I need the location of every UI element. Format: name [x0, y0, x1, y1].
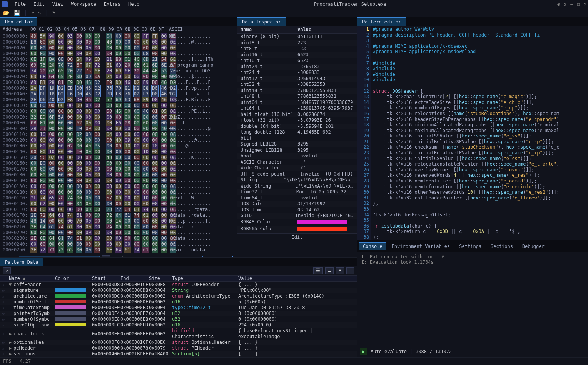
hex-row[interactable]: 00000170:00 00 00 00 00 00 00 00 00 00 0…: [3, 166, 234, 172]
hex-row[interactable]: 00000120:00 00 00 00 00 00 00 00 00 40 0…: [3, 137, 234, 143]
di-row[interactable]: String"\xDF\x19\xD2\xEB\xD0F\xD2vF\xD2": [237, 177, 357, 183]
auto-evaluate-label[interactable]: Auto evaluate: [371, 349, 407, 354]
pdat-row[interactable]: ☆pointerToSymb0x000000E40x000000E70x0004…: [0, 311, 357, 316]
pdat-row[interactable]: ☆sizeOfOptiona0x000000EC0x000000ED0x0002…: [0, 322, 357, 328]
menu-edit[interactable]: Edit: [30, 1, 48, 8]
di-row[interactable]: int8_t-33: [237, 46, 357, 52]
di-row[interactable]: RGBA8 Color: [237, 219, 357, 226]
subtab-settings[interactable]: Settings: [455, 242, 485, 250]
di-row[interactable]: double (64 bit)-5.59594E+201: [237, 124, 357, 130]
hex-row[interactable]: 000000C0:00 00 00 00 00 00 00 00 00 00 0…: [3, 103, 234, 109]
hex-row[interactable]: 000000A0:2A DF 1B D2 E6 D0 46 D2 BD F3 7…: [3, 91, 234, 97]
hex-row[interactable]: 00000040:0E 1F BA 0E 00 B4 09 CD 21 B8 0…: [3, 57, 234, 62]
di-row[interactable]: ASCII Character' ': [237, 159, 357, 166]
hex-editor-tab[interactable]: Hex editor: [0, 17, 37, 26]
di-row[interactable]: int16_t6623: [237, 58, 357, 64]
hex-row[interactable]: 00000050:69 73 20 70 72 6F 67 72 61 6D 2…: [3, 62, 234, 68]
pdat-row[interactable]: ☆▶optionalHea0x000000F00x000001CF0x00E0s…: [0, 340, 357, 345]
hex-row[interactable]: 00000230:2E 6E 64 61 74 61 00 00 00 00 0…: [3, 236, 234, 241]
hex-row[interactable]: 000000F0:0B 01 06 00 00 62 00 00 00 F6 0…: [3, 120, 234, 126]
pdat-row[interactable]: ☆▶characteris0x000000EE0x000000EF0x0002b…: [0, 328, 357, 340]
subtab-debugger[interactable]: Debugger: [518, 242, 548, 250]
toolbar-save-icon[interactable]: 💾: [13, 10, 20, 16]
favorite-star-icon[interactable]: ☆: [2, 311, 9, 316]
di-row[interactable]: Wide Character'?': [237, 165, 357, 171]
di-row[interactable]: uint64_t16848670190700036679: [237, 100, 357, 106]
close-icon[interactable]: ✕: [584, 2, 586, 7]
subtab-environment-variables[interactable]: Environment Variables: [388, 242, 454, 250]
favorite-star-icon[interactable]: ☆: [2, 288, 9, 293]
favorite-star-icon[interactable]: ☆: [2, 299, 9, 305]
hex-row[interactable]: 00000160:00 B0 00 00 00 00 00 00 00 00 0…: [3, 161, 234, 166]
hex-row[interactable]: 00000220:00 00 00 00 00 00 00 00 00 00 0…: [3, 230, 234, 236]
di-row[interactable]: uint8_t223: [237, 40, 357, 46]
di-row[interactable]: DOS Date31/14/1992: [237, 201, 357, 207]
pdat-row[interactable]: ☆▼coffHeader0x000000D80x000001CF0x00F8st…: [0, 282, 357, 288]
hex-row[interactable]: 000001B0:00 00 00 00 00 00 00 00 00 00 0…: [3, 189, 234, 195]
hex-row[interactable]: 00000130:00 00 00 00 02 00 40 85 00 00 1…: [3, 143, 234, 149]
hex-row[interactable]: 000000B0:2E D6 40 D2 E8 D0 46 D2 52 69 6…: [3, 97, 234, 103]
toolbar-open-icon[interactable]: 📂: [3, 10, 10, 16]
menu-extras[interactable]: Extras: [100, 1, 124, 8]
hex-row[interactable]: 000001E0:00 00 00 00 00 00 00 00 20 72 6…: [3, 207, 234, 213]
export-icon[interactable]: ↦: [346, 267, 354, 274]
hex-row[interactable]: 00000000:4D 5A 90 00 03 00 00 00 04 00 0…: [3, 33, 234, 39]
di-edit-button[interactable]: Edit: [237, 233, 357, 241]
hex-row[interactable]: 00000180:00 00 00 00 00 00 00 00 00 00 0…: [3, 172, 234, 178]
pattern-editor-tab[interactable]: Pattern editor: [357, 17, 406, 26]
pdat-header-col[interactable]: Size: [149, 276, 172, 281]
pdat-row[interactable]: ☆numberOfSymbc0x000000E80x000000EB0x0004…: [0, 316, 357, 322]
di-row[interactable]: int48_t77863123556831: [237, 94, 357, 100]
di-row[interactable]: UTF-8 code point'Invalid' (U+0xFFFD): [237, 171, 357, 177]
hex-row[interactable]: 00000080:AD B1 28 81 E9 D0 46 D2 E9 D0 4…: [3, 80, 234, 85]
hex-row[interactable]: 00000070:6D 6F 64 65 2E 0D 0D 0A 24 00 0…: [3, 74, 234, 80]
di-row[interactable]: GUIDInvalid {EBD219DF-46D0: [237, 213, 357, 219]
toolbar-redo-icon[interactable]: ↷: [38, 10, 41, 16]
pdat-header-col[interactable]: Value: [238, 276, 355, 281]
menu-file[interactable]: File: [11, 1, 30, 8]
toolbar-bookmark-icon[interactable]: ⚑: [52, 10, 55, 16]
pdat-header-col[interactable]: Start: [92, 276, 120, 281]
favorite-star-icon[interactable]: ☆: [2, 293, 9, 299]
subtab-sections[interactable]: Sections: [487, 242, 517, 250]
hex-row[interactable]: 000001A0:00 00 00 00 00 00 00 00 00 00 0…: [3, 184, 234, 189]
settings-gear-icon[interactable]: ⚙: [557, 2, 560, 7]
hex-row[interactable]: 00000190:00 00 00 00 00 00 00 00 00 00 0…: [3, 178, 234, 184]
favorite-star-icon[interactable]: ☆: [2, 282, 9, 288]
pdat-row[interactable]: ☆▶sections0x000004000x0001BDFF0x1BA00Sec…: [0, 351, 357, 357]
hex-row[interactable]: 00000140:00 00 10 00 00 10 00 00 00 00 0…: [3, 149, 234, 155]
di-row[interactable]: uint24_t13769183: [237, 64, 357, 70]
pdat-row[interactable]: ☆architecture0x000000DC0x000000DD0x0002e…: [0, 293, 357, 299]
favorite-star-icon[interactable]: ☆: [2, 322, 9, 328]
hex-row[interactable]: 00000010:B8 00 00 00 00 00 00 00 40 00 0…: [3, 39, 234, 45]
hex-row[interactable]: 000000D0:00 00 00 00 00 00 00 00 50 45 0…: [3, 109, 234, 114]
hex-row[interactable]: 00000110:00 10 00 00 00 02 00 00 04 00 0…: [3, 132, 234, 137]
view-list-icon[interactable]: ≡: [325, 267, 333, 274]
pdat-header-col[interactable]: End: [120, 276, 149, 281]
di-row[interactable]: uint48_t77863123556831: [237, 88, 357, 94]
subtab-console[interactable]: Console: [359, 242, 386, 250]
pattern-data-tab[interactable]: Pattern Data: [0, 258, 43, 266]
view-compact-icon[interactable]: ≣: [336, 267, 344, 274]
hex-row[interactable]: 00000100:2B 33 00 00 00 10 00 00 00 80 0…: [3, 126, 234, 132]
di-row[interactable]: Wide StringL"\xE1\xA7\x9F\xEE\xA": [237, 183, 357, 189]
hex-row[interactable]: 00000020:00 00 00 00 00 00 00 00 00 00 0…: [3, 45, 234, 51]
pdat-row[interactable]: ☆▶peHeader0x000000000x000000780x0079stru…: [0, 345, 357, 351]
di-row[interactable]: long double (128 bit)4.19465E+602: [237, 129, 357, 141]
di-row[interactable]: Signed LEB1283295: [237, 141, 357, 147]
di-row[interactable]: int24_t-3008033: [237, 70, 357, 76]
hex-rows[interactable]: 00000000:4D 5A 90 00 03 00 00 00 04 00 0…: [0, 33, 237, 254]
compass-icon[interactable]: ◎: [564, 2, 566, 7]
di-row[interactable]: boolInvalid: [237, 153, 357, 159]
hex-row[interactable]: 000001F0:2E 72 64 61 74 61 00 00 72 64 6…: [3, 213, 234, 218]
pdat-header-col[interactable]: Name ▲: [9, 276, 55, 281]
page-slider[interactable]: 0x01 / 0x01: [19, 256, 100, 257]
run-pattern-button[interactable]: ▶: [360, 348, 368, 355]
hex-row[interactable]: 00000200:48 14 00 00 00 70 00 00 00 14 0…: [3, 218, 234, 224]
di-row[interactable]: uint32_t3956414943: [237, 76, 357, 82]
hex-row[interactable]: 000001D0:00 62 00 00 00 04 00 00 00 00 0…: [3, 201, 234, 207]
minimize-icon[interactable]: —: [570, 2, 573, 7]
favorite-star-icon[interactable]: ☆: [2, 316, 9, 322]
pdat-header-col[interactable]: Color: [55, 276, 92, 281]
hex-row[interactable]: 00000030:00 00 00 00 00 00 00 00 00 00 0…: [3, 51, 234, 57]
